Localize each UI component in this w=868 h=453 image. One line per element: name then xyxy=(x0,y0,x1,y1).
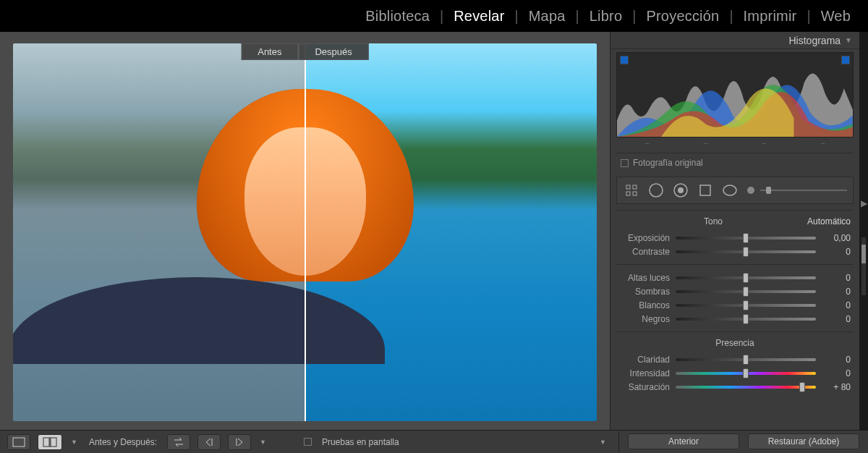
svg-point-9 xyxy=(747,187,754,194)
compare-view-button[interactable] xyxy=(38,434,62,450)
slider-label: Intensidad xyxy=(619,368,676,378)
view-mode-caret-icon[interactable]: ▼ xyxy=(69,439,79,446)
slider-track[interactable] xyxy=(676,386,816,389)
redeye-tool-icon[interactable] xyxy=(672,182,689,199)
slider-thumb[interactable] xyxy=(743,247,749,257)
slider-value[interactable]: 0,00 xyxy=(816,233,851,243)
soft-proof-label: Pruebas en pantalla xyxy=(319,437,402,447)
slider-label: Saturación xyxy=(619,382,676,392)
histogram-header[interactable]: Histograma ▼ xyxy=(610,32,859,49)
highlight-clip-icon[interactable] xyxy=(841,56,850,64)
slider-value[interactable]: 0 xyxy=(816,247,851,257)
svg-rect-10 xyxy=(13,438,25,446)
slider-value[interactable]: 0 xyxy=(816,368,851,378)
soft-proof-checkbox[interactable] xyxy=(304,438,312,446)
slider-track[interactable] xyxy=(676,358,816,361)
slider-thumb[interactable] xyxy=(743,368,749,378)
slider-track[interactable] xyxy=(676,318,816,321)
slider-track[interactable] xyxy=(676,276,816,279)
slider-thumb[interactable] xyxy=(743,273,749,283)
slider-value[interactable]: 0 xyxy=(816,355,851,365)
slider-value[interactable]: 0 xyxy=(816,314,851,324)
presence-group-label: Presencia xyxy=(619,338,851,348)
image-preview-area: Antes Después xyxy=(0,32,610,430)
nav-libro[interactable]: Libro xyxy=(585,8,626,25)
slider-track[interactable] xyxy=(676,250,816,253)
histogram[interactable] xyxy=(616,52,854,137)
slider-label: Blancos xyxy=(619,300,676,310)
slider-thumb[interactable] xyxy=(743,300,749,310)
presence-slider-claridad: Claridad0 xyxy=(616,352,854,366)
radial-tool-icon[interactable] xyxy=(721,182,739,199)
original-photo-label: Fotografía original xyxy=(633,158,703,168)
svg-rect-11 xyxy=(43,438,49,446)
compare-ops-caret-icon[interactable]: ▼ xyxy=(258,439,268,446)
svg-point-6 xyxy=(678,187,684,193)
tone2-slider-sombras: Sombras0 xyxy=(616,284,854,298)
brush-size-slider[interactable] xyxy=(746,185,847,195)
slider-thumb[interactable] xyxy=(743,287,749,297)
slider-track[interactable] xyxy=(676,372,816,375)
after-tag: Después xyxy=(298,43,368,60)
collapse-icon: ▼ xyxy=(845,36,852,44)
svg-rect-7 xyxy=(700,185,710,195)
slider-label: Exposición xyxy=(619,233,676,243)
tool-strip xyxy=(616,177,854,204)
histogram-ticks: –––– xyxy=(610,137,859,148)
slider-value[interactable]: 0 xyxy=(816,300,851,310)
loupe-view-button[interactable] xyxy=(7,434,30,450)
slider-thumb[interactable] xyxy=(743,355,749,365)
nav-biblioteca[interactable]: Biblioteca xyxy=(361,8,434,25)
reset-button[interactable]: Restaurar (Adobe) xyxy=(748,433,859,449)
slider-value[interactable]: + 80 xyxy=(816,382,851,392)
presence-slider-intensidad: Intensidad0 xyxy=(616,366,854,380)
slider-thumb[interactable] xyxy=(743,233,749,243)
slider-label: Negros xyxy=(619,314,676,324)
nav-mapa[interactable]: Mapa xyxy=(524,8,570,25)
photo-after xyxy=(305,43,597,421)
before-after-labels: Antes Después xyxy=(241,43,369,60)
slider-track[interactable] xyxy=(676,304,816,307)
copy-right-button[interactable] xyxy=(228,434,251,450)
svg-rect-0 xyxy=(626,185,630,189)
panel-expand-icon[interactable]: ▶ xyxy=(861,198,867,208)
nav-revelar[interactable]: Revelar xyxy=(449,8,509,25)
tone-section: Tono Automático Exposición0,00Contraste0 xyxy=(616,210,854,258)
presence-slider-saturación: Saturación+ 80 xyxy=(616,380,854,394)
compare-divider[interactable] xyxy=(305,43,306,421)
tone2-slider-negros: Negros0 xyxy=(616,312,854,326)
module-nav: Biblioteca|Revelar|Mapa|Libro|Proyección… xyxy=(0,0,868,32)
slider-track[interactable] xyxy=(676,290,816,293)
slider-label: Contraste xyxy=(619,247,676,257)
previous-button[interactable]: Anterior xyxy=(628,433,739,449)
nav-imprimir[interactable]: Imprimir xyxy=(739,8,801,25)
svg-rect-12 xyxy=(51,438,56,446)
copy-left-button[interactable] xyxy=(197,434,221,450)
slider-track[interactable] xyxy=(676,237,816,240)
original-photo-row[interactable]: Fotografía original xyxy=(616,153,854,172)
checkbox-icon[interactable] xyxy=(621,159,629,167)
slider-thumb[interactable] xyxy=(799,382,805,392)
bottom-right-buttons: Anterior Restaurar (Adobe) xyxy=(618,430,859,453)
develop-panel: Histograma ▼ –––– Fotografía original xyxy=(610,32,859,430)
spot-tool-icon[interactable] xyxy=(647,182,665,199)
slider-label: Claridad xyxy=(619,355,676,365)
histogram-title: Histograma xyxy=(789,35,841,46)
slider-value[interactable]: 0 xyxy=(816,273,851,283)
panel-scrollbar[interactable]: ▶ xyxy=(859,32,868,430)
nav-proyección[interactable]: Proyección xyxy=(642,8,723,25)
swap-button[interactable] xyxy=(167,434,190,450)
slider-value[interactable]: 0 xyxy=(816,287,851,297)
crop-tool-icon[interactable] xyxy=(623,182,640,199)
nav-web[interactable]: Web xyxy=(817,8,855,25)
auto-tone-button[interactable]: Automático xyxy=(807,216,851,226)
svg-rect-2 xyxy=(626,192,630,195)
toolbar-caret-icon[interactable]: ▼ xyxy=(598,439,608,446)
slider-thumb[interactable] xyxy=(743,314,749,324)
tone-group-label: Tono xyxy=(619,216,807,226)
tone2-slider-blancos: Blancos0 xyxy=(616,298,854,312)
photo-before xyxy=(13,43,305,421)
compare-mode-label: Antes y Después: xyxy=(86,437,160,447)
gradient-tool-icon[interactable] xyxy=(697,182,714,199)
shadow-clip-icon[interactable] xyxy=(620,56,629,64)
